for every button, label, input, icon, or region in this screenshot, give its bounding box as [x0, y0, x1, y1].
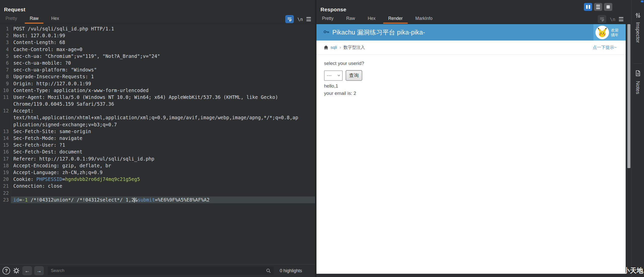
line-number: 14 [0, 135, 11, 142]
line-text: User-Agent: Mozilla/5.0 (Windows NT 10.0… [11, 94, 278, 101]
editor-row[interactable]: 17Referer: http://127.0.0.1:99/vul/sqli/… [0, 155, 315, 162]
editor-row[interactable]: 6sec-ch-ua-mobile: ?0 [0, 60, 315, 66]
sidebar-divider [634, 63, 642, 64]
search-input[interactable] [48, 268, 274, 273]
editor-row[interactable]: 21Connection: close [0, 183, 315, 189]
response-tab-bar: Pretty Raw Hex Render MarkInfo \n [316, 14, 631, 24]
line-number: 9 [0, 80, 11, 87]
notes-icon[interactable] [635, 70, 641, 77]
user-block: 欢迎 骚年 [593, 24, 626, 41]
line-text: id=-1 /*!04312union*/ /*!04312select*/ 1… [11, 196, 315, 203]
prev-match-button[interactable]: ← [22, 266, 32, 275]
editor-row[interactable]: 4Cache-Control: max-age=0 [0, 46, 315, 53]
sidebar-tab-inspector[interactable]: Inspector [633, 22, 643, 77]
request-tab-raw[interactable]: Raw [30, 14, 38, 24]
request-tab-hex[interactable]: Hex [51, 14, 59, 24]
inspector-icon[interactable] [635, 12, 641, 20]
userid-select[interactable]: --- [324, 70, 343, 81]
line-number: 16 [0, 148, 11, 155]
line-text: Accept: [11, 107, 33, 114]
breadcrumb-link-sqli[interactable]: sqli [331, 45, 337, 50]
help-icon[interactable]: ? [3, 267, 10, 274]
welcome-text: 欢迎 骚年 [611, 28, 619, 37]
editor-row[interactable]: 11User-Agent: Mozilla/5.0 (Windows NT 10… [0, 94, 315, 101]
editor-row[interactable]: 8Upgrade-Insecure-Requests: 1 [0, 73, 315, 80]
editor-row[interactable]: 12Accept: [0, 107, 315, 114]
line-number: 6 [0, 60, 11, 66]
editor-row[interactable]: 10Content-Type: application/x-www-form-u… [0, 87, 315, 94]
response-tab-markinfo[interactable]: MarkInfo [415, 14, 432, 24]
editor-row[interactable]: 15Sec-Fetch-User: ?1 [0, 142, 315, 148]
editor-row[interactable]: 7sec-ch-ua-platform: "Windows" [0, 66, 315, 73]
editor-row[interactable]: 2Host: 127.0.0.1:99 [0, 32, 315, 39]
editor-row[interactable]: plication/signed-exchange;v=b3;q=0.7 [0, 121, 315, 128]
line-text: Cookie: PHPSESSID=hgndvbb2ro6dj74mq9c21g… [11, 176, 140, 183]
response-tab-hex[interactable]: Hex [368, 14, 376, 24]
line-number: 4 [0, 46, 11, 53]
line-number: 7 [0, 66, 11, 73]
scrollbar-thumb[interactable] [627, 24, 630, 168]
editor-row[interactable]: 14Sec-Fetch-Mode: navigate [0, 135, 315, 142]
line-text: sec-ch-ua-mobile: ?0 [11, 60, 71, 66]
breadcrumb-separator: › [340, 45, 341, 50]
request-tab-pretty[interactable]: Pretty [6, 14, 17, 24]
dock-sidebar: Inspector Notes [631, 0, 644, 277]
line-text [11, 190, 13, 196]
next-match-button[interactable]: → [34, 266, 44, 275]
response-title: Response [320, 7, 346, 13]
response-panel: Response Pretty Raw Hex Render MarkInfo … [316, 0, 631, 277]
editor-row[interactable]: 18Accept-Encoding: gzip, deflate, br [0, 162, 315, 169]
request-title: Request [4, 7, 25, 13]
pikachu-avatar[interactable] [595, 26, 609, 39]
editor-row[interactable]: 20Cookie: PHPSESSID=hgndvbb2ro6dj74mq9c2… [0, 176, 315, 183]
result-line: hello,1 [324, 83, 626, 89]
line-number [0, 114, 11, 121]
line-number: 15 [0, 142, 11, 148]
request-editor[interactable]: 1POST /vul/sqli/sqli_id.php HTTP/1.12Hos… [0, 24, 315, 264]
word-wrap-icon[interactable] [285, 15, 294, 23]
editor-row[interactable]: 13Sec-Fetch-Site: same-origin [0, 128, 315, 135]
columns-layout-icon[interactable] [584, 3, 592, 11]
single-pane-layout-icon[interactable] [604, 3, 612, 11]
editor-row[interactable]: text/html,application/xhtml+xml,applicat… [0, 114, 315, 121]
rows-layout-icon[interactable] [594, 3, 602, 11]
hint-link[interactable]: 点一下提示~ [593, 45, 617, 50]
editor-row[interactable]: 16Sec-Fetch-Dest: document [0, 148, 315, 155]
editor-menu-icon[interactable] [619, 17, 623, 21]
editor-rows: 1POST /vul/sqli/sqli_id.php HTTP/1.12Hos… [0, 25, 315, 203]
line-number: 11 [0, 94, 11, 101]
rendered-response: Pikachu 漏洞练习平台 pika-pika- [316, 24, 626, 274]
highlights-count: 0 highlights [280, 268, 302, 273]
home-icon[interactable] [324, 45, 329, 50]
word-wrap-icon-disabled [598, 15, 606, 23]
editor-row[interactable]: 3Content-Length: 68 [0, 39, 315, 46]
response-tab-pretty[interactable]: Pretty [322, 14, 334, 24]
editor-menu-icon[interactable] [306, 17, 311, 21]
editor-row[interactable]: 9Origin: http://127.0.0.1:99 [0, 80, 315, 87]
search-icon [266, 268, 271, 273]
sidebar-tab-notes[interactable]: Notes [633, 81, 643, 136]
editor-row[interactable]: 19Accept-Language: zh-CN,zh;q=0.9 [0, 169, 315, 176]
line-text: Accept-Language: zh-CN,zh;q=0.9 [11, 169, 103, 176]
editor-row[interactable]: Chrome/119.0.6045.159 Safari/537.36 [0, 101, 315, 107]
search-box [48, 266, 274, 275]
line-text: sec-ch-ua-platform: "Windows" [11, 66, 97, 73]
newline-chars-icon[interactable]: \n [297, 17, 303, 22]
editor-row[interactable]: 23id=-1 /*!04312union*/ /*!04312select*/… [0, 196, 315, 203]
result-line: your email is: 2 [324, 91, 626, 96]
line-text: plication/signed-exchange;v=b3;q=0.7 [11, 121, 117, 128]
editor-row[interactable]: 1POST /vul/sqli/sqli_id.php HTTP/1.1 [0, 25, 315, 32]
response-tab-raw[interactable]: Raw [346, 14, 355, 24]
line-number: 17 [0, 155, 11, 162]
page-content: select your userid? --- 查询 hello,1 your … [316, 55, 626, 96]
line-text: Host: 127.0.0.1:99 [11, 32, 65, 39]
line-number: 13 [0, 128, 11, 135]
query-button[interactable]: 查询 [346, 70, 362, 81]
line-text: Sec-Fetch-Site: same-origin [11, 128, 91, 135]
response-tab-render[interactable]: Render [388, 14, 403, 24]
editor-row[interactable]: 5sec-ch-ua: "Chromium";v="119", "Not?A_B… [0, 53, 315, 60]
gear-icon[interactable] [13, 267, 20, 274]
line-number: 12 [0, 107, 11, 114]
line-text: Sec-Fetch-Dest: document [11, 148, 83, 155]
editor-row[interactable]: 22 [0, 190, 315, 196]
